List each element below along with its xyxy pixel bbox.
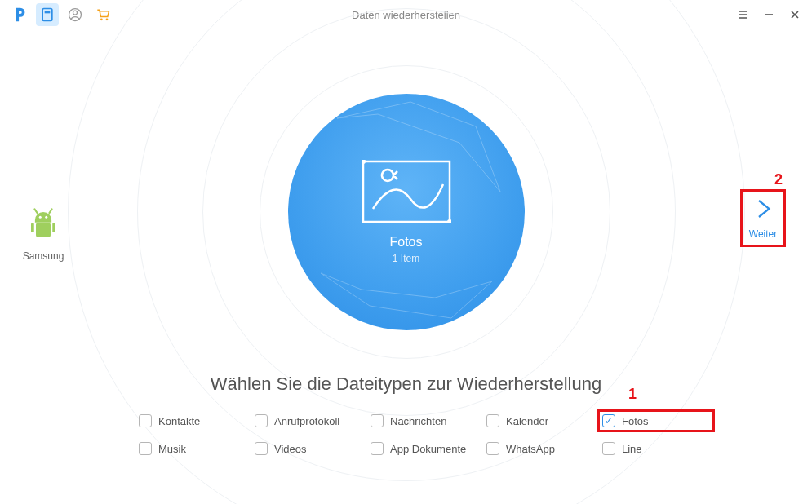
device-name: Samsung [15,250,72,262]
option-kalender[interactable]: Kalender [486,414,594,427]
svg-rect-9 [36,223,51,237]
account-icon[interactable] [64,3,87,26]
cart-icon[interactable] [91,3,114,26]
close-icon[interactable] [786,6,804,24]
option-label: Fotos [622,415,649,427]
svg-point-5 [106,19,109,21]
checkbox[interactable] [602,414,615,427]
checkbox[interactable] [255,414,268,427]
option-whatsapp[interactable]: WhatsApp [486,442,594,455]
option-label: Anrufprotokoll [274,415,339,427]
checkbox[interactable] [486,414,499,427]
option-fotos[interactable]: Fotos [602,414,710,427]
option-label: Videos [274,443,307,455]
svg-point-3 [73,11,78,15]
option-app-dokumente[interactable]: App Dokumente [371,442,478,455]
svg-rect-11 [52,223,55,232]
option-label: Nachrichten [390,415,446,427]
preview-category: Fotos [389,235,422,250]
svg-point-4 [100,19,103,21]
option-label: App Dokumente [390,443,466,455]
svg-point-8 [447,219,451,223]
option-line[interactable]: Line [602,442,710,455]
option-label: Kalender [506,415,548,427]
next-label: Weiter [744,228,782,240]
svg-point-7 [362,160,366,164]
svg-rect-0 [42,9,52,21]
checkbox[interactable] [486,442,499,455]
checkbox[interactable] [371,442,384,455]
option-kontakte[interactable]: Kontakte [139,414,246,427]
svg-point-13 [45,216,47,219]
option-label: WhatsApp [506,443,555,455]
annotation-2: 2 [774,171,783,188]
connected-device: Samsung [15,208,72,262]
annotation-1: 1 [628,386,637,403]
svg-rect-1 [45,11,51,13]
option-musik[interactable]: Musik [139,442,246,455]
option-label: Musik [158,443,186,455]
next-button[interactable]: Weiter [740,189,786,247]
selection-preview: Fotos 1 Item [288,94,525,330]
minimize-icon[interactable] [760,6,778,24]
photo-icon [362,160,451,223]
option-label: Line [622,443,642,455]
checkbox[interactable] [371,414,384,427]
window-title: Daten wiederherstellen [0,9,812,21]
svg-rect-10 [31,223,34,232]
checkbox[interactable] [602,442,615,455]
chevron-right-icon [744,195,782,227]
title-bar: Daten wiederherstellen [0,0,812,29]
svg-rect-6 [363,161,450,222]
menu-icon[interactable] [734,6,752,24]
svg-point-12 [39,216,42,219]
checkbox[interactable] [255,442,268,455]
recover-tab-icon[interactable] [36,3,59,26]
filetype-options: KontakteAnrufprotokollNachrichtenKalende… [139,414,710,455]
android-icon [29,208,58,242]
checkbox[interactable] [139,414,152,427]
option-anrufprotokoll[interactable]: Anrufprotokoll [255,414,362,427]
checkbox[interactable] [139,442,152,455]
home-logo-icon[interactable] [8,3,31,26]
preview-count: 1 Item [393,253,419,264]
option-videos[interactable]: Videos [255,442,362,455]
instruction-headline: Wählen Sie die Dateitypen zur Wiederhers… [0,374,812,395]
option-label: Kontakte [158,415,200,427]
option-nachrichten[interactable]: Nachrichten [371,414,478,427]
